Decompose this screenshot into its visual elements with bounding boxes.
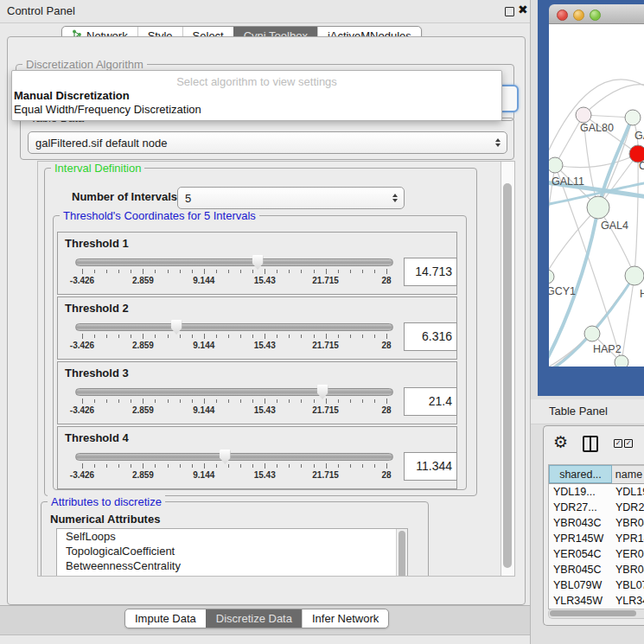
column-header-name[interactable]: name bbox=[612, 465, 644, 483]
tab-impute-data[interactable]: Impute Data bbox=[125, 609, 206, 628]
tick-mark bbox=[326, 463, 327, 469]
tick-mark bbox=[289, 270, 290, 273]
threshold-slider[interactable]: -3.4262.8599.14415.4321.71528 bbox=[75, 450, 393, 488]
table-row[interactable]: YER054CYER054 bbox=[549, 546, 644, 562]
table-data-combo[interactable]: galFiltered.sif default node bbox=[28, 131, 507, 154]
algorithm-option-equal-width[interactable]: Equal Width/Frequency Discretization bbox=[14, 103, 201, 116]
network-node-hap2[interactable] bbox=[584, 326, 600, 341]
tick-mark bbox=[301, 270, 302, 273]
slider-thumb[interactable] bbox=[317, 385, 328, 399]
settings-vertical-scrollbar[interactable] bbox=[501, 162, 514, 576]
table-row[interactable]: YPR145WYPR145 bbox=[549, 531, 644, 546]
tick-mark bbox=[216, 464, 217, 468]
column-header-shared-name[interactable]: shared... bbox=[549, 465, 612, 483]
network-edge bbox=[555, 154, 638, 168]
tick-mark bbox=[228, 399, 229, 403]
minimize-traffic-light-icon[interactable] bbox=[573, 10, 584, 21]
cell-name: YBL079 bbox=[612, 577, 644, 593]
window-title: Control Panel bbox=[7, 4, 75, 17]
tick-mark bbox=[338, 464, 339, 468]
tick-mark bbox=[228, 270, 229, 273]
tick-mark bbox=[228, 335, 229, 338]
close-traffic-light-icon[interactable] bbox=[557, 10, 568, 21]
tick-mark bbox=[168, 335, 169, 338]
number-of-intervals-combo[interactable]: 5 bbox=[177, 187, 405, 209]
threshold-value-box[interactable]: 6.316 bbox=[404, 322, 457, 351]
close-icon[interactable]: ✖ bbox=[518, 3, 528, 16]
tick-label: 21.715 bbox=[312, 405, 339, 415]
table-row[interactable]: YBR045CYBR045 bbox=[549, 562, 644, 577]
threshold-slider[interactable]: -3.4262.8599.14415.4321.71528 bbox=[75, 320, 393, 358]
network-window-titlebar[interactable] bbox=[549, 4, 644, 24]
threshold-value-box[interactable]: 14.713 bbox=[404, 258, 457, 286]
tick-mark bbox=[118, 270, 119, 273]
numerical-attributes-list[interactable]: SelfLoopsTopologicalCoefficientBetweenne… bbox=[56, 528, 408, 577]
network-node-label: C bbox=[639, 160, 644, 172]
checkbox-icon[interactable]: ✓ bbox=[624, 439, 633, 448]
table-row[interactable]: YDL19...YDL19 bbox=[549, 484, 644, 500]
tick-mark bbox=[192, 399, 193, 403]
tab-infer-network[interactable]: Infer Network bbox=[302, 609, 388, 628]
slider-thumb[interactable] bbox=[252, 255, 264, 270]
tick-mark bbox=[350, 335, 351, 338]
algorithm-option-manual[interactable]: Manual Discretization bbox=[14, 89, 130, 102]
table-row[interactable]: YDR27...YDR27 bbox=[549, 500, 644, 515]
network-node-gal4[interactable] bbox=[587, 196, 609, 219]
gear-icon[interactable]: ⚙ bbox=[553, 434, 568, 451]
checkbox-icon[interactable]: ✓ bbox=[614, 439, 622, 448]
network-node-node-h[interactable] bbox=[625, 266, 644, 285]
tick-mark bbox=[362, 399, 363, 403]
zoom-traffic-light-icon[interactable] bbox=[590, 10, 601, 21]
threshold-value-box[interactable]: 21.4 bbox=[404, 387, 457, 416]
tick-mark bbox=[155, 270, 156, 273]
node-attribute-table[interactable]: shared... name YDL19...YDL19YDR27...YDR2… bbox=[548, 464, 644, 609]
tick-mark bbox=[94, 270, 95, 273]
attribute-item-selfloops[interactable]: SelfLoops bbox=[57, 529, 407, 544]
tick-mark bbox=[350, 399, 351, 403]
cell-shared-name: YPR145W bbox=[549, 531, 612, 546]
settings-scrollbar-thumb[interactable] bbox=[503, 183, 512, 568]
float-window-icon[interactable] bbox=[505, 7, 514, 16]
slider-thumb[interactable] bbox=[220, 450, 231, 464]
threshold-card-2: Threshold 2-3.4262.8599.14415.4321.71528… bbox=[57, 296, 457, 360]
threshold-slider[interactable]: -3.4262.8599.14415.4321.71528 bbox=[75, 255, 393, 293]
network-canvas[interactable]: GAL80GACGAL11GAL4GCY1HHAP2 bbox=[549, 24, 644, 367]
threshold-value-box[interactable]: 11.344 bbox=[404, 452, 457, 481]
network-node-node-top-right[interactable] bbox=[625, 110, 641, 125]
threshold-label: Threshold 4 bbox=[65, 431, 129, 444]
thresholds-group-title: Threshold's Coordinates for 5 Intervals bbox=[60, 209, 259, 222]
tick-mark bbox=[374, 464, 375, 468]
table-row[interactable]: YBL079WYBL079 bbox=[549, 577, 644, 593]
threshold-slider[interactable]: -3.4262.8599.14415.4321.71528 bbox=[75, 385, 393, 423]
tick-mark bbox=[82, 269, 83, 274]
table-horizontal-scrollbar[interactable] bbox=[548, 609, 644, 619]
network-node-node-bottom[interactable] bbox=[615, 355, 628, 367]
columns-icon[interactable] bbox=[583, 436, 598, 452]
right-side-area: GAL80GACGAL11GAL4GCY1HHAP2 Table Panel ⚙… bbox=[531, 0, 644, 644]
slider-thumb[interactable] bbox=[171, 320, 182, 335]
table-hscrollbar-thumb[interactable] bbox=[550, 610, 636, 616]
network-node-gal80[interactable] bbox=[576, 107, 591, 123]
tick-mark bbox=[131, 335, 131, 338]
tick-mark bbox=[314, 335, 315, 338]
attribute-item-betweennesscentrality[interactable]: BetweennessCentrality bbox=[57, 558, 407, 573]
tick-mark bbox=[277, 270, 277, 273]
tick-mark bbox=[240, 335, 241, 338]
threshold-label: Threshold 2 bbox=[65, 302, 129, 315]
network-node-gal11[interactable] bbox=[549, 157, 563, 173]
tick-label: 2.859 bbox=[132, 405, 154, 415]
network-edge bbox=[634, 154, 638, 276]
table-row[interactable]: YLR345WYLR345 bbox=[549, 593, 644, 609]
attributes-scrollbar-thumb[interactable] bbox=[399, 531, 405, 577]
table-panel: ⚙ ✓ ✓ shared... name YDL19...YDL19YDR27.… bbox=[543, 425, 644, 626]
attribute-item-topologicalcoefficient[interactable]: TopologicalCoefficient bbox=[57, 544, 407, 558]
tab-discretize-data[interactable]: Discretize Data bbox=[206, 609, 302, 628]
table-row[interactable]: YBR043CYBR043 bbox=[549, 515, 644, 531]
threshold-label: Threshold 3 bbox=[65, 367, 129, 379]
tick-label: 28 bbox=[381, 470, 391, 480]
tick-mark bbox=[265, 463, 265, 469]
attributes-scrollbar[interactable] bbox=[396, 529, 407, 577]
tick-label: 2.859 bbox=[132, 276, 154, 285]
network-node-gcy1[interactable] bbox=[549, 270, 554, 284]
slider-scale: -3.4262.8599.14415.4321.71528 bbox=[82, 450, 386, 488]
